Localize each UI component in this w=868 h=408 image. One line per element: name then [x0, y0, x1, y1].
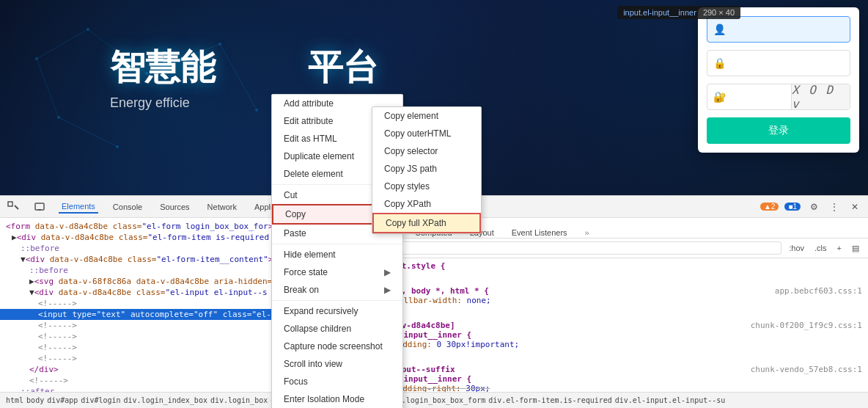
- device-icon[interactable]: [32, 200, 47, 214]
- breadcrumb-body[interactable]: body: [26, 396, 44, 404]
- context-menu-copy-submenu: Copy element Copy outerHTML Copy selecto…: [372, 106, 482, 234]
- breadcrumb-app[interactable]: div#app: [47, 396, 78, 404]
- styles-content: element.style { } #app *, body *, html *…: [367, 258, 868, 392]
- breadcrumb-form-item[interactable]: div.el-form-item.is-required: [488, 396, 612, 404]
- menu-hide[interactable]: Hide element: [272, 246, 402, 263]
- style-rule-suffix: .el-input--suffix chunk-vendo_57eb8.css:…: [372, 365, 862, 392]
- tab-elements[interactable]: Elements: [59, 200, 98, 214]
- devtools-right-icons: ▲2 ■1 ⚙ ⋮ ✕: [760, 200, 862, 214]
- new-rule-icon[interactable]: ▤: [849, 242, 862, 255]
- settings-icon[interactable]: ⚙: [806, 200, 821, 214]
- menu-expand[interactable]: Expand recursively: [272, 302, 402, 320]
- menu-copy-styles[interactable]: Copy styles: [372, 178, 481, 195]
- menu-copy-xpath[interactable]: Copy XPath: [372, 195, 481, 213]
- shield-icon: 🔐: [713, 91, 726, 103]
- element-indicator-size: 290 × 40: [703, 8, 735, 17]
- hover-state-icon[interactable]: :hov: [786, 242, 807, 254]
- username-field[interactable]: 👤: [707, 16, 850, 43]
- style-rule-element: element.style { }: [372, 261, 862, 280]
- style-rule-data-attr: [data-v-d8a4c8be] chunk-0f200_1f9c9.css:…: [372, 321, 862, 359]
- style-rule-app: #app *, body *, html * { app.bebcf603.cs…: [372, 286, 862, 315]
- vertical-dots-icon[interactable]: ⋮: [827, 200, 842, 214]
- breadcrumb-login-index[interactable]: div.login_index_box: [124, 396, 207, 404]
- user-icon: 👤: [713, 23, 726, 35]
- element-indicator: input.el-input__inner 290 × 40: [617, 6, 740, 19]
- login-button[interactable]: 登录: [707, 117, 850, 144]
- menu-copy-js-path[interactable]: Copy JS path: [372, 160, 481, 178]
- svg-line-9: [37, 59, 59, 117]
- menu-copy-full-xpath[interactable]: Copy full XPath: [372, 213, 481, 233]
- close-icon[interactable]: ✕: [847, 200, 862, 214]
- menu-copy-selector[interactable]: Copy selector: [372, 142, 481, 160]
- tab-network[interactable]: Network: [205, 201, 240, 213]
- add-style-icon[interactable]: +: [834, 242, 845, 254]
- svg-rect-15: [35, 203, 44, 210]
- element-indicator-name: input.el-input__inner: [623, 8, 696, 17]
- menu-divider-3: [272, 300, 402, 301]
- devtools-breadcrumb: html body div#app div#login div.login_in…: [0, 392, 868, 408]
- breadcrumb-html[interactable]: html: [6, 396, 23, 404]
- tab-more[interactable]: »: [582, 227, 592, 238]
- login-card: 👤 🔒 🔐 X O D v 登录: [698, 7, 859, 153]
- lock-icon: 🔒: [713, 57, 726, 69]
- captcha-image: X O D v: [791, 84, 850, 110]
- tab-console[interactable]: Console: [110, 201, 145, 213]
- menu-scroll[interactable]: Scroll into view: [272, 355, 402, 373]
- svg-line-12: [220, 44, 257, 110]
- hero-title: 智慧能: [110, 44, 216, 91]
- svg-line-7: [37, 29, 88, 59]
- menu-isolation[interactable]: Enter Isolation Mode: [272, 390, 402, 408]
- svg-rect-13: [8, 202, 12, 206]
- menu-copy-element[interactable]: Copy element: [372, 107, 481, 125]
- tab-sources[interactable]: Sources: [157, 201, 192, 213]
- menu-screenshot[interactable]: Capture node screenshot: [272, 338, 402, 355]
- svg-line-14: [15, 205, 18, 209]
- styles-panel: Styles Computed Layout Event Listeners »…: [367, 218, 868, 392]
- inspect-icon[interactable]: [6, 200, 21, 214]
- password-field[interactable]: 🔒: [707, 50, 850, 76]
- hero-subtitle: Energy efficie: [110, 95, 190, 111]
- cls-icon[interactable]: .cls: [812, 242, 830, 254]
- hero-title-2: 平台: [308, 44, 378, 91]
- menu-collapse[interactable]: Collapse children: [272, 320, 402, 338]
- captcha-input[interactable]: 🔐: [707, 87, 791, 107]
- warning-badge: ▲2: [760, 203, 779, 211]
- captcha-field[interactable]: 🔐 X O D v: [707, 84, 850, 110]
- svg-line-10: [59, 117, 117, 147]
- tab-event-listeners[interactable]: Event Listeners: [509, 227, 570, 238]
- styles-filter-bar: :hov .cls + ▤: [367, 238, 868, 258]
- styles-filter-input[interactable]: [372, 241, 781, 255]
- info-badge: ■1: [784, 203, 801, 211]
- menu-copy-outerhtml[interactable]: Copy outerHTML: [372, 125, 481, 142]
- devtools-body: <form data-v-d8a4c8be class="el-form log…: [0, 218, 868, 392]
- menu-force-state[interactable]: Force state ▶: [272, 263, 402, 281]
- breadcrumb-login[interactable]: div#login: [81, 396, 120, 404]
- breadcrumb-login-box[interactable]: div.login_box: [210, 396, 268, 404]
- breadcrumb-el-input[interactable]: div.el-input.el-input--su: [615, 396, 726, 404]
- menu-break-on[interactable]: Break on ▶: [272, 281, 402, 299]
- menu-focus[interactable]: Focus: [272, 373, 402, 390]
- menu-divider-2: [272, 244, 402, 244]
